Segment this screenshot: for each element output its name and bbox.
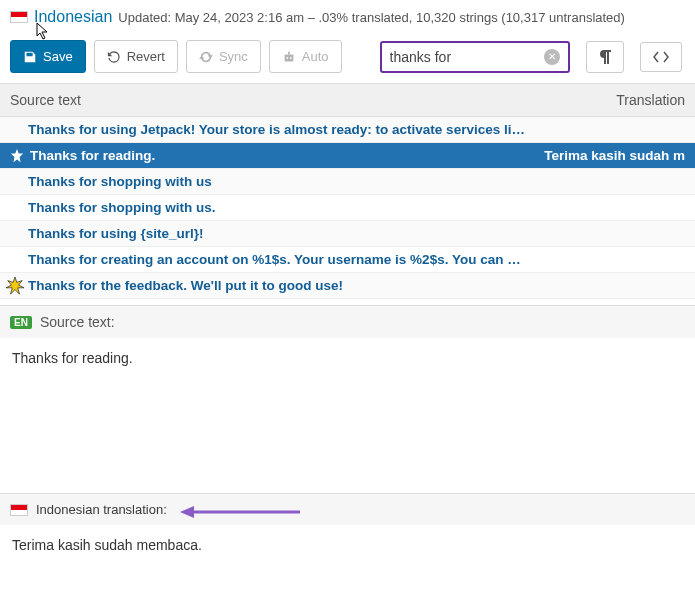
row-source: Thanks for reading. (30, 148, 155, 163)
clear-search-icon[interactable]: ✕ (544, 49, 560, 65)
revert-icon (107, 50, 121, 64)
col-source-text: Source text (10, 92, 81, 108)
pilcrow-icon (599, 50, 611, 64)
row-source: Thanks for shopping with us. (28, 200, 216, 215)
svg-marker-6 (180, 506, 194, 518)
table-row[interactable]: Thanks for shopping with us. (0, 195, 695, 221)
svg-marker-4 (6, 277, 24, 294)
table-header: Source text Translation (0, 83, 695, 117)
row-source: Thanks for using Jetpack! Your store is … (28, 122, 525, 137)
code-button[interactable] (640, 42, 682, 72)
annotation-arrow-icon (180, 502, 300, 522)
table-row[interactable]: Thanks for shopping with us (0, 169, 695, 195)
string-rows: Thanks for using Jetpack! Your store is … (0, 117, 695, 299)
translation-text-body[interactable]: Terima kasih sudah membaca. (0, 525, 695, 565)
toolbar: Save Revert Sync Auto ✕ (0, 30, 695, 83)
source-text-body: Thanks for reading. (0, 338, 695, 493)
auto-button[interactable]: Auto (269, 40, 342, 73)
translation-panel-label: Indonesian translation: (36, 502, 167, 517)
save-button[interactable]: Save (10, 40, 86, 73)
pilcrow-button[interactable] (586, 41, 624, 73)
sync-icon (199, 50, 213, 64)
svg-point-1 (286, 57, 288, 59)
search-input[interactable] (390, 49, 530, 65)
table-row[interactable]: Thanks for using Jetpack! Your store is … (0, 117, 695, 143)
table-row[interactable]: Thanks for creating an account on %1$s. … (0, 247, 695, 273)
save-icon (23, 50, 37, 64)
svg-rect-0 (284, 54, 293, 61)
language-name[interactable]: Indonesian (34, 8, 112, 26)
row-translation: Terima kasih sudah m (544, 148, 685, 163)
burst-icon (6, 277, 24, 295)
save-label: Save (43, 49, 73, 64)
flag-indonesia-icon (10, 504, 28, 516)
robot-icon (282, 50, 296, 64)
star-icon (10, 149, 24, 163)
row-source: Thanks for shopping with us (28, 174, 212, 189)
svg-rect-3 (288, 51, 290, 54)
sync-button[interactable]: Sync (186, 40, 261, 73)
revert-label: Revert (127, 49, 165, 64)
en-badge: EN (10, 316, 32, 329)
auto-label: Auto (302, 49, 329, 64)
row-source: Thanks for using {site_url}! (28, 226, 204, 241)
sync-label: Sync (219, 49, 248, 64)
row-source: Thanks for the feedback. We'll put it to… (28, 278, 343, 293)
row-source: Thanks for creating an account on %1$s. … (28, 252, 521, 267)
table-row[interactable]: Thanks for using {site_url}! (0, 221, 695, 247)
flag-indonesia-icon (10, 11, 28, 23)
translation-panel-header: Indonesian translation: (0, 493, 695, 525)
revert-button[interactable]: Revert (94, 40, 178, 73)
table-row[interactable]: Thanks for reading.Terima kasih sudah m (0, 143, 695, 169)
update-meta: Updated: May 24, 2023 2:16 am – .03% tra… (118, 10, 625, 25)
table-row[interactable]: Thanks for the feedback. We'll put it to… (0, 273, 695, 299)
source-panel-label: Source text: (40, 314, 115, 330)
source-panel-header: EN Source text: (0, 305, 695, 338)
search-container: ✕ (380, 41, 570, 73)
language-header: Indonesian Updated: May 24, 2023 2:16 am… (0, 0, 695, 30)
svg-point-2 (290, 57, 292, 59)
code-icon (653, 51, 669, 63)
col-translation: Translation (616, 92, 685, 108)
